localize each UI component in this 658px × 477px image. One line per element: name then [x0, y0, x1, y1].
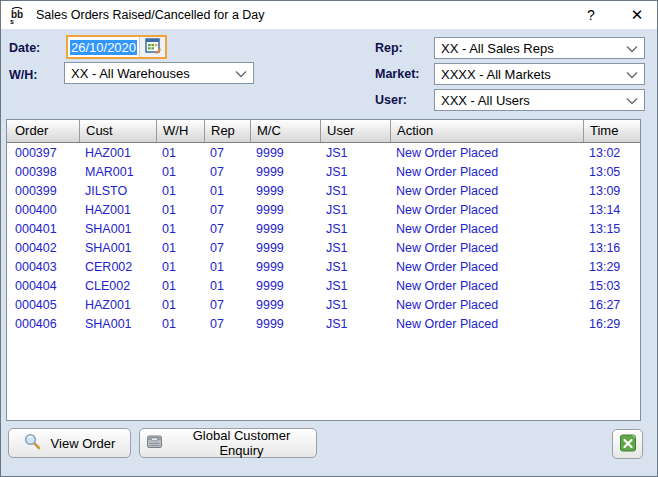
market-label: Market:	[375, 67, 419, 81]
order-cell: 000401	[7, 222, 79, 236]
user-value: XXX - All Users	[441, 93, 530, 108]
wh-cell: 01	[156, 317, 204, 331]
user-cell: JS1	[320, 317, 390, 331]
mc-cell: 9999	[250, 298, 320, 312]
mc-cell: 9999	[250, 203, 320, 217]
action-cell: New Order Placed	[390, 203, 583, 217]
table-row[interactable]: 000398 MAR001 01 07 9999 JS1 New Order P…	[7, 162, 640, 181]
window-title: Sales Orders Raised/Cancelled for a Day	[36, 8, 265, 22]
action-cell: New Order Placed	[390, 222, 583, 236]
date-input[interactable]: 26/10/2020	[68, 37, 139, 57]
time-cell: 15:03	[583, 279, 640, 293]
user-cell: JS1	[320, 146, 390, 160]
table-row[interactable]: 000402 SHA001 01 07 9999 JS1 New Order P…	[7, 238, 640, 257]
rep-cell: 07	[204, 146, 250, 160]
time-cell: 13:29	[583, 260, 640, 274]
global-customer-enquiry-button[interactable]: Global Customer Enquiry	[139, 428, 317, 458]
column-header-cust: Cust	[79, 120, 156, 142]
column-header-order: Order	[7, 120, 79, 142]
warehouse-label: W/H:	[9, 68, 37, 82]
user-cell: JS1	[320, 260, 390, 274]
table-row[interactable]: 000399 JILSTO 01 01 9999 JS1 New Order P…	[7, 181, 640, 200]
excel-icon	[619, 434, 637, 455]
table-row[interactable]: 000406 SHA001 01 07 9999 JS1 New Order P…	[7, 314, 640, 333]
date-field-group: 26/10/2020	[66, 35, 167, 59]
mc-cell: 9999	[250, 241, 320, 255]
time-cell: 13:15	[583, 222, 640, 236]
market-value: XXXX - All Markets	[441, 67, 551, 82]
mc-cell: 9999	[250, 165, 320, 179]
action-cell: New Order Placed	[390, 184, 583, 198]
wh-cell: 01	[156, 241, 204, 255]
table-row[interactable]: 000403 CER002 01 01 9999 JS1 New Order P…	[7, 257, 640, 276]
user-select[interactable]: XXX - All Users	[434, 89, 645, 111]
rep-cell: 01	[204, 260, 250, 274]
wh-cell: 01	[156, 260, 204, 274]
table-row[interactable]: 000400 HAZ001 01 07 9999 JS1 New Order P…	[7, 200, 640, 219]
mc-cell: 9999	[250, 260, 320, 274]
time-cell: 13:16	[583, 241, 640, 255]
help-button[interactable]: ?	[573, 1, 609, 29]
rep-select[interactable]: XX - All Sales Reps	[434, 37, 645, 59]
rep-cell: 07	[204, 222, 250, 236]
cust-cell: HAZ001	[79, 146, 156, 160]
order-cell: 000403	[7, 260, 79, 274]
app-icon: bb s	[8, 6, 30, 24]
warehouse-value: XX - All Warehouses	[71, 66, 190, 81]
user-cell: JS1	[320, 298, 390, 312]
close-button[interactable]: ✕	[619, 1, 655, 29]
column-header-action: Action	[390, 120, 583, 142]
export-to-excel-button[interactable]	[612, 429, 643, 459]
wh-cell: 01	[156, 165, 204, 179]
time-cell: 13:02	[583, 146, 640, 160]
action-cell: New Order Placed	[390, 165, 583, 179]
cust-cell: MAR001	[79, 165, 156, 179]
rep-value: XX - All Sales Reps	[441, 41, 554, 56]
time-cell: 16:29	[583, 317, 640, 331]
user-cell: JS1	[320, 165, 390, 179]
time-cell: 13:14	[583, 203, 640, 217]
view-order-button[interactable]: View Order	[8, 428, 131, 458]
table-row[interactable]: 000405 HAZ001 01 07 9999 JS1 New Order P…	[7, 295, 640, 314]
wh-cell: 01	[156, 279, 204, 293]
wh-cell: 01	[156, 222, 204, 236]
order-cell: 000397	[7, 146, 79, 160]
user-cell: JS1	[320, 184, 390, 198]
time-cell: 13:05	[583, 165, 640, 179]
rep-cell: 07	[204, 317, 250, 331]
table-row[interactable]: 000397 HAZ001 01 07 9999 JS1 New Order P…	[7, 143, 640, 162]
rep-cell: 01	[204, 184, 250, 198]
cust-cell: HAZ001	[79, 203, 156, 217]
orders-table: Order Cust W/H Rep M/C User Action Time …	[6, 119, 641, 421]
chevron-down-icon	[626, 93, 638, 108]
market-select[interactable]: XXXX - All Markets	[434, 63, 645, 85]
action-cell: New Order Placed	[390, 241, 583, 255]
table-body: 000397 HAZ001 01 07 9999 JS1 New Order P…	[7, 143, 640, 333]
calendar-button[interactable]	[139, 37, 165, 57]
action-cell: New Order Placed	[390, 298, 583, 312]
calendar-icon	[145, 38, 161, 57]
column-header-time: Time	[583, 120, 640, 142]
cust-cell: SHA001	[79, 241, 156, 255]
wh-cell: 01	[156, 184, 204, 198]
dialog-window: bb s Sales Orders Raised/Cancelled for a…	[0, 0, 658, 477]
warehouse-select[interactable]: XX - All Warehouses	[64, 62, 254, 84]
action-cell: New Order Placed	[390, 317, 583, 331]
order-cell: 000402	[7, 241, 79, 255]
rep-cell: 07	[204, 165, 250, 179]
table-header: Order Cust W/H Rep M/C User Action Time	[7, 120, 640, 143]
svg-text:s: s	[10, 17, 14, 24]
order-cell: 000405	[7, 298, 79, 312]
order-cell: 000398	[7, 165, 79, 179]
date-label: Date:	[9, 41, 40, 55]
cust-cell: HAZ001	[79, 298, 156, 312]
mc-cell: 9999	[250, 146, 320, 160]
table-row[interactable]: 000404 CLE002 01 01 9999 JS1 New Order P…	[7, 276, 640, 295]
mc-cell: 9999	[250, 222, 320, 236]
action-cell: New Order Placed	[390, 260, 583, 274]
order-cell: 000400	[7, 203, 79, 217]
rep-cell: 07	[204, 241, 250, 255]
cust-cell: CER002	[79, 260, 156, 274]
action-cell: New Order Placed	[390, 279, 583, 293]
table-row[interactable]: 000401 SHA001 01 07 9999 JS1 New Order P…	[7, 219, 640, 238]
